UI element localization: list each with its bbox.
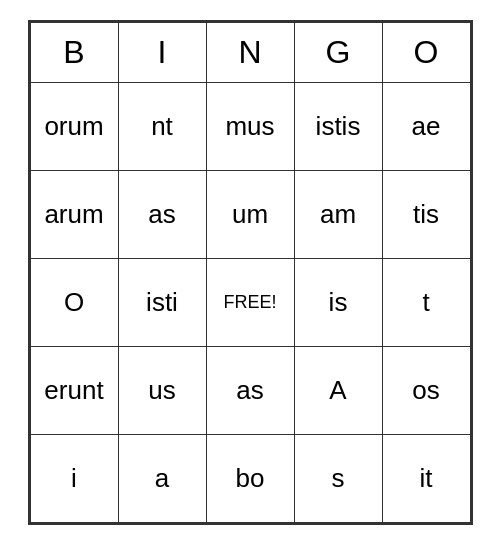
header-row: BINGO bbox=[30, 22, 470, 82]
table-row: orumntmusistisae bbox=[30, 82, 470, 170]
table-cell-r0-c4: ae bbox=[382, 82, 470, 170]
table-cell-r4-c0: i bbox=[30, 434, 118, 522]
table-cell-r4-c4: it bbox=[382, 434, 470, 522]
table-cell-r2-c2: FREE! bbox=[206, 258, 294, 346]
table-cell-r4-c3: s bbox=[294, 434, 382, 522]
table-cell-r0-c2: mus bbox=[206, 82, 294, 170]
table-cell-r2-c1: isti bbox=[118, 258, 206, 346]
header-cell-i: I bbox=[118, 22, 206, 82]
header-cell-n: N bbox=[206, 22, 294, 82]
table-row: iabosit bbox=[30, 434, 470, 522]
table-cell-r1-c4: tis bbox=[382, 170, 470, 258]
table-cell-r1-c3: am bbox=[294, 170, 382, 258]
table-row: arumasumamtis bbox=[30, 170, 470, 258]
bingo-card: BINGO orumntmusistisaearumasumamtisOisti… bbox=[28, 20, 473, 525]
table-cell-r3-c2: as bbox=[206, 346, 294, 434]
bingo-table: BINGO orumntmusistisaearumasumamtisOisti… bbox=[30, 22, 471, 523]
table-cell-r4-c1: a bbox=[118, 434, 206, 522]
table-cell-r3-c3: A bbox=[294, 346, 382, 434]
table-cell-r2-c0: O bbox=[30, 258, 118, 346]
table-cell-r0-c3: istis bbox=[294, 82, 382, 170]
table-row: OistiFREE!ist bbox=[30, 258, 470, 346]
table-cell-r3-c1: us bbox=[118, 346, 206, 434]
table-row: eruntusasAos bbox=[30, 346, 470, 434]
table-cell-r2-c4: t bbox=[382, 258, 470, 346]
table-cell-r0-c1: nt bbox=[118, 82, 206, 170]
table-cell-r1-c2: um bbox=[206, 170, 294, 258]
table-cell-r4-c2: bo bbox=[206, 434, 294, 522]
table-cell-r0-c0: orum bbox=[30, 82, 118, 170]
table-cell-r1-c1: as bbox=[118, 170, 206, 258]
table-cell-r3-c0: erunt bbox=[30, 346, 118, 434]
table-cell-r1-c0: arum bbox=[30, 170, 118, 258]
header-cell-g: G bbox=[294, 22, 382, 82]
table-cell-r3-c4: os bbox=[382, 346, 470, 434]
table-cell-r2-c3: is bbox=[294, 258, 382, 346]
header-cell-b: B bbox=[30, 22, 118, 82]
header-cell-o: O bbox=[382, 22, 470, 82]
